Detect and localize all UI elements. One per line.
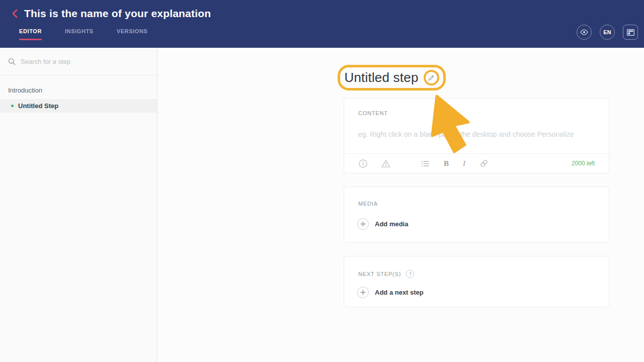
back-button[interactable] [8, 7, 21, 20]
link-button[interactable] [479, 159, 489, 168]
language-button[interactable]: EN [600, 25, 615, 40]
add-media-button[interactable]: Add media [357, 218, 408, 230]
next-steps-card: NEXT STEP(S) ? Add a next step [344, 256, 609, 307]
layout-button[interactable] [623, 25, 638, 40]
warning-icon [381, 159, 390, 168]
steps-sidebar: Introduction Untitled Step [0, 48, 157, 362]
add-next-step-button[interactable]: Add a next step [357, 287, 424, 298]
tab-editor[interactable]: EDITOR [19, 28, 42, 40]
warning-block-button[interactable] [381, 159, 390, 168]
window-layout-icon [627, 29, 634, 36]
italic-button[interactable]: I [463, 159, 465, 168]
tab-insights[interactable]: INSIGHTS [65, 28, 94, 40]
content-card-label: CONTENT [358, 110, 388, 116]
question-circle-icon[interactable]: ? [406, 270, 414, 278]
chevron-left-icon [12, 9, 18, 18]
pencil-icon [428, 74, 435, 81]
next-steps-label-row: NEXT STEP(S) ? [358, 270, 414, 278]
plus-icon [357, 218, 369, 230]
bold-button[interactable]: B [444, 159, 449, 168]
info-block-button[interactable] [358, 159, 367, 168]
content-toolbar: B I 2000 left [344, 153, 609, 173]
media-card: MEDIA Add media [344, 187, 609, 243]
plus-icon [357, 287, 369, 298]
link-icon [479, 159, 489, 168]
language-badge: EN [603, 29, 611, 35]
add-media-label: Add media [375, 220, 408, 228]
step-title: Untitled step [344, 70, 418, 85]
bullet-list-icon [421, 160, 429, 167]
next-steps-card-label: NEXT STEP(S) [358, 271, 401, 277]
content-editor[interactable]: eg. Right click on a blank part of the d… [358, 130, 595, 138]
step-label: Untitled Step [18, 102, 58, 110]
section-label-introduction: Introduction [0, 75, 157, 99]
step-search [0, 48, 157, 75]
sidebar-step-untitled[interactable]: Untitled Step [0, 99, 157, 113]
edit-title-button[interactable] [424, 70, 439, 85]
app-header: This is the name of your explanation EDI… [0, 0, 644, 48]
explanation-title: This is the name of your explanation [24, 8, 211, 20]
search-icon [8, 58, 16, 65]
header-controls: EN [577, 25, 638, 40]
eye-icon [580, 29, 588, 35]
header-tabs: EDITOR INSIGHTS VERSIONS [19, 28, 644, 40]
characters-left-counter: 2000 left [572, 160, 595, 167]
info-icon [359, 159, 367, 168]
tab-versions[interactable]: VERSIONS [117, 28, 148, 40]
bullet-list-button[interactable] [421, 159, 430, 168]
search-input[interactable] [21, 58, 149, 65]
preview-button[interactable] [577, 25, 592, 40]
content-card: CONTENT eg. Right click on a blank part … [344, 98, 609, 173]
step-title-highlight: Untitled step [338, 65, 446, 90]
media-card-label: MEDIA [358, 201, 378, 207]
add-next-step-label: Add a next step [375, 289, 424, 296]
header-top-row: This is the name of your explanation [0, 0, 644, 20]
step-status-dot [11, 105, 14, 107]
